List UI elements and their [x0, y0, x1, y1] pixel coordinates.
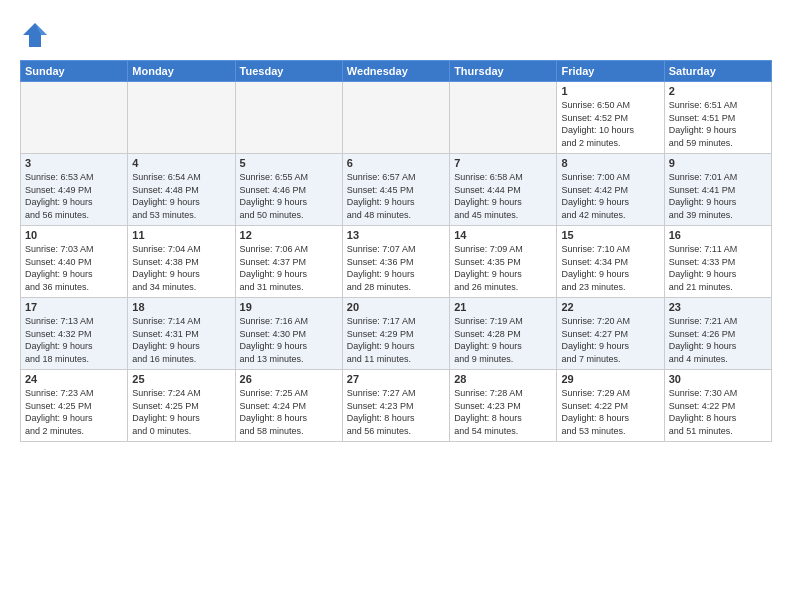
- calendar-day-cell: 15Sunrise: 7:10 AM Sunset: 4:34 PM Dayli…: [557, 226, 664, 298]
- calendar-week-row: 10Sunrise: 7:03 AM Sunset: 4:40 PM Dayli…: [21, 226, 772, 298]
- day-info: Sunrise: 7:03 AM Sunset: 4:40 PM Dayligh…: [25, 243, 123, 293]
- day-number: 3: [25, 157, 123, 169]
- weekday-header-saturday: Saturday: [664, 61, 771, 82]
- calendar-day-cell: 24Sunrise: 7:23 AM Sunset: 4:25 PM Dayli…: [21, 370, 128, 442]
- day-info: Sunrise: 7:06 AM Sunset: 4:37 PM Dayligh…: [240, 243, 338, 293]
- day-info: Sunrise: 7:10 AM Sunset: 4:34 PM Dayligh…: [561, 243, 659, 293]
- day-number: 15: [561, 229, 659, 241]
- header: [20, 20, 772, 50]
- day-number: 10: [25, 229, 123, 241]
- day-number: 8: [561, 157, 659, 169]
- calendar-day-cell: 29Sunrise: 7:29 AM Sunset: 4:22 PM Dayli…: [557, 370, 664, 442]
- day-info: Sunrise: 7:14 AM Sunset: 4:31 PM Dayligh…: [132, 315, 230, 365]
- day-number: 20: [347, 301, 445, 313]
- day-number: 17: [25, 301, 123, 313]
- day-info: Sunrise: 7:27 AM Sunset: 4:23 PM Dayligh…: [347, 387, 445, 437]
- day-info: Sunrise: 7:28 AM Sunset: 4:23 PM Dayligh…: [454, 387, 552, 437]
- day-number: 11: [132, 229, 230, 241]
- day-info: Sunrise: 6:58 AM Sunset: 4:44 PM Dayligh…: [454, 171, 552, 221]
- day-number: 19: [240, 301, 338, 313]
- calendar-day-cell: 13Sunrise: 7:07 AM Sunset: 4:36 PM Dayli…: [342, 226, 449, 298]
- calendar-day-cell: 8Sunrise: 7:00 AM Sunset: 4:42 PM Daylig…: [557, 154, 664, 226]
- calendar-day-cell: 18Sunrise: 7:14 AM Sunset: 4:31 PM Dayli…: [128, 298, 235, 370]
- day-info: Sunrise: 7:01 AM Sunset: 4:41 PM Dayligh…: [669, 171, 767, 221]
- weekday-header-sunday: Sunday: [21, 61, 128, 82]
- day-info: Sunrise: 7:24 AM Sunset: 4:25 PM Dayligh…: [132, 387, 230, 437]
- day-info: Sunrise: 7:29 AM Sunset: 4:22 PM Dayligh…: [561, 387, 659, 437]
- calendar-day-cell: 9Sunrise: 7:01 AM Sunset: 4:41 PM Daylig…: [664, 154, 771, 226]
- calendar-week-row: 1Sunrise: 6:50 AM Sunset: 4:52 PM Daylig…: [21, 82, 772, 154]
- day-info: Sunrise: 6:54 AM Sunset: 4:48 PM Dayligh…: [132, 171, 230, 221]
- calendar-day-cell: 11Sunrise: 7:04 AM Sunset: 4:38 PM Dayli…: [128, 226, 235, 298]
- day-number: 16: [669, 229, 767, 241]
- calendar-day-cell: 1Sunrise: 6:50 AM Sunset: 4:52 PM Daylig…: [557, 82, 664, 154]
- calendar-day-cell: 22Sunrise: 7:20 AM Sunset: 4:27 PM Dayli…: [557, 298, 664, 370]
- day-number: 6: [347, 157, 445, 169]
- calendar-day-cell: 30Sunrise: 7:30 AM Sunset: 4:22 PM Dayli…: [664, 370, 771, 442]
- calendar-day-cell: [450, 82, 557, 154]
- calendar-day-cell: 23Sunrise: 7:21 AM Sunset: 4:26 PM Dayli…: [664, 298, 771, 370]
- weekday-header-thursday: Thursday: [450, 61, 557, 82]
- calendar-day-cell: 25Sunrise: 7:24 AM Sunset: 4:25 PM Dayli…: [128, 370, 235, 442]
- day-info: Sunrise: 6:53 AM Sunset: 4:49 PM Dayligh…: [25, 171, 123, 221]
- day-info: Sunrise: 7:09 AM Sunset: 4:35 PM Dayligh…: [454, 243, 552, 293]
- day-info: Sunrise: 7:11 AM Sunset: 4:33 PM Dayligh…: [669, 243, 767, 293]
- day-number: 30: [669, 373, 767, 385]
- day-number: 29: [561, 373, 659, 385]
- day-number: 21: [454, 301, 552, 313]
- day-number: 25: [132, 373, 230, 385]
- day-number: 27: [347, 373, 445, 385]
- day-number: 7: [454, 157, 552, 169]
- calendar-table: SundayMondayTuesdayWednesdayThursdayFrid…: [20, 60, 772, 442]
- calendar-week-row: 3Sunrise: 6:53 AM Sunset: 4:49 PM Daylig…: [21, 154, 772, 226]
- day-info: Sunrise: 6:51 AM Sunset: 4:51 PM Dayligh…: [669, 99, 767, 149]
- weekday-header-friday: Friday: [557, 61, 664, 82]
- day-number: 9: [669, 157, 767, 169]
- day-info: Sunrise: 7:04 AM Sunset: 4:38 PM Dayligh…: [132, 243, 230, 293]
- calendar-day-cell: 17Sunrise: 7:13 AM Sunset: 4:32 PM Dayli…: [21, 298, 128, 370]
- day-info: Sunrise: 7:16 AM Sunset: 4:30 PM Dayligh…: [240, 315, 338, 365]
- day-number: 28: [454, 373, 552, 385]
- calendar-day-cell: 21Sunrise: 7:19 AM Sunset: 4:28 PM Dayli…: [450, 298, 557, 370]
- weekday-header-tuesday: Tuesday: [235, 61, 342, 82]
- calendar-day-cell: 28Sunrise: 7:28 AM Sunset: 4:23 PM Dayli…: [450, 370, 557, 442]
- calendar-day-cell: 27Sunrise: 7:27 AM Sunset: 4:23 PM Dayli…: [342, 370, 449, 442]
- calendar-day-cell: 7Sunrise: 6:58 AM Sunset: 4:44 PM Daylig…: [450, 154, 557, 226]
- calendar-day-cell: 16Sunrise: 7:11 AM Sunset: 4:33 PM Dayli…: [664, 226, 771, 298]
- calendar-day-cell: 4Sunrise: 6:54 AM Sunset: 4:48 PM Daylig…: [128, 154, 235, 226]
- day-number: 14: [454, 229, 552, 241]
- calendar-day-cell: [235, 82, 342, 154]
- page: SundayMondayTuesdayWednesdayThursdayFrid…: [0, 0, 792, 612]
- day-number: 1: [561, 85, 659, 97]
- day-info: Sunrise: 7:13 AM Sunset: 4:32 PM Dayligh…: [25, 315, 123, 365]
- day-info: Sunrise: 7:19 AM Sunset: 4:28 PM Dayligh…: [454, 315, 552, 365]
- calendar-day-cell: 12Sunrise: 7:06 AM Sunset: 4:37 PM Dayli…: [235, 226, 342, 298]
- calendar-day-cell: 20Sunrise: 7:17 AM Sunset: 4:29 PM Dayli…: [342, 298, 449, 370]
- day-info: Sunrise: 6:50 AM Sunset: 4:52 PM Dayligh…: [561, 99, 659, 149]
- day-number: 18: [132, 301, 230, 313]
- calendar-day-cell: 3Sunrise: 6:53 AM Sunset: 4:49 PM Daylig…: [21, 154, 128, 226]
- day-number: 22: [561, 301, 659, 313]
- calendar-week-row: 17Sunrise: 7:13 AM Sunset: 4:32 PM Dayli…: [21, 298, 772, 370]
- calendar-day-cell: 10Sunrise: 7:03 AM Sunset: 4:40 PM Dayli…: [21, 226, 128, 298]
- day-number: 26: [240, 373, 338, 385]
- logo: [20, 20, 54, 50]
- calendar-day-cell: [342, 82, 449, 154]
- calendar-day-cell: 26Sunrise: 7:25 AM Sunset: 4:24 PM Dayli…: [235, 370, 342, 442]
- calendar-day-cell: 14Sunrise: 7:09 AM Sunset: 4:35 PM Dayli…: [450, 226, 557, 298]
- day-number: 24: [25, 373, 123, 385]
- day-number: 13: [347, 229, 445, 241]
- day-info: Sunrise: 7:30 AM Sunset: 4:22 PM Dayligh…: [669, 387, 767, 437]
- weekday-header-wednesday: Wednesday: [342, 61, 449, 82]
- day-number: 4: [132, 157, 230, 169]
- day-info: Sunrise: 7:07 AM Sunset: 4:36 PM Dayligh…: [347, 243, 445, 293]
- day-info: Sunrise: 7:25 AM Sunset: 4:24 PM Dayligh…: [240, 387, 338, 437]
- day-info: Sunrise: 6:55 AM Sunset: 4:46 PM Dayligh…: [240, 171, 338, 221]
- day-number: 12: [240, 229, 338, 241]
- calendar-week-row: 24Sunrise: 7:23 AM Sunset: 4:25 PM Dayli…: [21, 370, 772, 442]
- day-number: 23: [669, 301, 767, 313]
- day-info: Sunrise: 6:57 AM Sunset: 4:45 PM Dayligh…: [347, 171, 445, 221]
- day-number: 2: [669, 85, 767, 97]
- calendar-day-cell: 19Sunrise: 7:16 AM Sunset: 4:30 PM Dayli…: [235, 298, 342, 370]
- day-info: Sunrise: 7:21 AM Sunset: 4:26 PM Dayligh…: [669, 315, 767, 365]
